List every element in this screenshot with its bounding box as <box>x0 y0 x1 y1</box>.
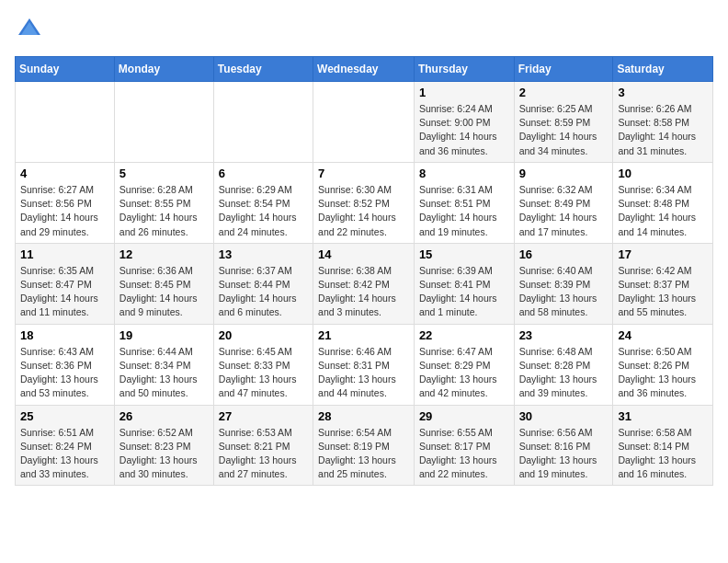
calendar-day-cell: 22Sunrise: 6:47 AMSunset: 8:29 PMDayligh… <box>414 324 514 405</box>
day-info: Sunrise: 6:42 AMSunset: 8:37 PMDaylight:… <box>618 264 708 320</box>
day-number: 19 <box>119 328 209 342</box>
day-info: Sunrise: 6:55 AMSunset: 8:17 PMDaylight:… <box>419 426 509 482</box>
logo <box>15 15 42 45</box>
calendar-day-cell: 25Sunrise: 6:51 AMSunset: 8:24 PMDayligh… <box>16 405 115 486</box>
calendar-day-cell: 17Sunrise: 6:42 AMSunset: 8:37 PMDayligh… <box>613 243 713 324</box>
day-number: 27 <box>219 409 308 423</box>
weekday-header-saturday: Saturday <box>613 57 713 82</box>
day-info: Sunrise: 6:28 AMSunset: 8:55 PMDaylight:… <box>119 183 209 239</box>
calendar-day-cell: 4Sunrise: 6:27 AMSunset: 8:56 PMDaylight… <box>16 162 115 243</box>
calendar-day-cell <box>213 82 313 163</box>
calendar-day-cell <box>114 82 213 163</box>
weekday-header-friday: Friday <box>514 57 613 82</box>
day-info: Sunrise: 6:47 AMSunset: 8:29 PMDaylight:… <box>419 345 509 401</box>
calendar-day-cell: 31Sunrise: 6:58 AMSunset: 8:14 PMDayligh… <box>613 405 713 486</box>
day-info: Sunrise: 6:45 AMSunset: 8:33 PMDaylight:… <box>219 345 308 401</box>
day-info: Sunrise: 6:51 AMSunset: 8:24 PMDaylight:… <box>20 426 109 482</box>
weekday-header-wednesday: Wednesday <box>313 57 415 82</box>
day-number: 7 <box>318 167 409 180</box>
day-number: 29 <box>419 409 509 423</box>
day-number: 21 <box>318 328 409 342</box>
calendar-day-cell: 20Sunrise: 6:45 AMSunset: 8:33 PMDayligh… <box>213 324 313 405</box>
day-info: Sunrise: 6:44 AMSunset: 8:34 PMDaylight:… <box>119 345 209 401</box>
day-info: Sunrise: 6:35 AMSunset: 8:47 PMDaylight:… <box>20 264 109 320</box>
day-info: Sunrise: 6:54 AMSunset: 8:19 PMDaylight:… <box>318 426 409 482</box>
day-number: 25 <box>20 409 109 423</box>
calendar-day-cell: 11Sunrise: 6:35 AMSunset: 8:47 PMDayligh… <box>16 243 115 324</box>
weekday-header-tuesday: Tuesday <box>213 57 313 82</box>
calendar-week-row: 25Sunrise: 6:51 AMSunset: 8:24 PMDayligh… <box>16 405 713 486</box>
day-info: Sunrise: 6:34 AMSunset: 8:48 PMDaylight:… <box>618 183 708 239</box>
day-number: 14 <box>318 247 409 261</box>
calendar-day-cell: 3Sunrise: 6:26 AMSunset: 8:58 PMDaylight… <box>613 82 713 163</box>
day-info: Sunrise: 6:30 AMSunset: 8:52 PMDaylight:… <box>318 183 409 239</box>
weekday-header-sunday: Sunday <box>16 57 115 82</box>
day-info: Sunrise: 6:26 AMSunset: 8:58 PMDaylight:… <box>618 102 708 158</box>
calendar-day-cell: 10Sunrise: 6:34 AMSunset: 8:48 PMDayligh… <box>613 162 713 243</box>
day-number: 4 <box>20 167 109 180</box>
day-number: 31 <box>618 409 708 423</box>
day-number: 16 <box>519 247 609 261</box>
day-number: 1 <box>419 86 509 99</box>
calendar-day-cell: 8Sunrise: 6:31 AMSunset: 8:51 PMDaylight… <box>414 162 514 243</box>
calendar-day-cell: 16Sunrise: 6:40 AMSunset: 8:39 PMDayligh… <box>514 243 613 324</box>
day-number: 9 <box>519 167 609 180</box>
calendar-week-row: 18Sunrise: 6:43 AMSunset: 8:36 PMDayligh… <box>16 324 713 405</box>
calendar-day-cell: 26Sunrise: 6:52 AMSunset: 8:23 PMDayligh… <box>114 405 213 486</box>
calendar-day-cell: 9Sunrise: 6:32 AMSunset: 8:49 PMDaylight… <box>514 162 613 243</box>
calendar-week-row: 11Sunrise: 6:35 AMSunset: 8:47 PMDayligh… <box>16 243 713 324</box>
day-info: Sunrise: 6:31 AMSunset: 8:51 PMDaylight:… <box>419 183 509 239</box>
day-info: Sunrise: 6:29 AMSunset: 8:54 PMDaylight:… <box>219 183 308 239</box>
day-info: Sunrise: 6:53 AMSunset: 8:21 PMDaylight:… <box>219 426 308 482</box>
day-info: Sunrise: 6:58 AMSunset: 8:14 PMDaylight:… <box>618 426 708 482</box>
calendar-day-cell: 2Sunrise: 6:25 AMSunset: 8:59 PMDaylight… <box>514 82 613 163</box>
weekday-header-monday: Monday <box>114 57 213 82</box>
day-info: Sunrise: 6:48 AMSunset: 8:28 PMDaylight:… <box>519 345 609 401</box>
day-number: 28 <box>318 409 409 423</box>
day-number: 26 <box>119 409 209 423</box>
day-number: 13 <box>219 247 308 261</box>
calendar-table: SundayMondayTuesdayWednesdayThursdayFrid… <box>15 56 713 486</box>
calendar-day-cell: 19Sunrise: 6:44 AMSunset: 8:34 PMDayligh… <box>114 324 213 405</box>
day-number: 2 <box>519 86 609 99</box>
day-number: 30 <box>519 409 609 423</box>
day-number: 18 <box>20 328 109 342</box>
calendar-day-cell: 21Sunrise: 6:46 AMSunset: 8:31 PMDayligh… <box>313 324 415 405</box>
page-header <box>15 15 713 45</box>
day-number: 5 <box>119 167 209 180</box>
day-number: 17 <box>618 247 708 261</box>
calendar-day-cell: 15Sunrise: 6:39 AMSunset: 8:41 PMDayligh… <box>414 243 514 324</box>
day-info: Sunrise: 6:43 AMSunset: 8:36 PMDaylight:… <box>20 345 109 401</box>
day-number: 8 <box>419 167 509 180</box>
calendar-header-row: SundayMondayTuesdayWednesdayThursdayFrid… <box>16 57 713 82</box>
calendar-day-cell: 14Sunrise: 6:38 AMSunset: 8:42 PMDayligh… <box>313 243 415 324</box>
calendar-day-cell: 6Sunrise: 6:29 AMSunset: 8:54 PMDaylight… <box>213 162 313 243</box>
day-info: Sunrise: 6:32 AMSunset: 8:49 PMDaylight:… <box>519 183 609 239</box>
logo-icon <box>17 15 42 40</box>
calendar-day-cell: 27Sunrise: 6:53 AMSunset: 8:21 PMDayligh… <box>213 405 313 486</box>
calendar-day-cell: 12Sunrise: 6:36 AMSunset: 8:45 PMDayligh… <box>114 243 213 324</box>
day-number: 24 <box>618 328 708 342</box>
day-info: Sunrise: 6:46 AMSunset: 8:31 PMDaylight:… <box>318 345 409 401</box>
day-info: Sunrise: 6:50 AMSunset: 8:26 PMDaylight:… <box>618 345 708 401</box>
day-info: Sunrise: 6:40 AMSunset: 8:39 PMDaylight:… <box>519 264 609 320</box>
day-info: Sunrise: 6:36 AMSunset: 8:45 PMDaylight:… <box>119 264 209 320</box>
weekday-header-thursday: Thursday <box>414 57 514 82</box>
day-info: Sunrise: 6:39 AMSunset: 8:41 PMDaylight:… <box>419 264 509 320</box>
logo-general-text <box>15 15 42 45</box>
calendar-day-cell: 5Sunrise: 6:28 AMSunset: 8:55 PMDaylight… <box>114 162 213 243</box>
calendar-day-cell: 30Sunrise: 6:56 AMSunset: 8:16 PMDayligh… <box>514 405 613 486</box>
day-number: 15 <box>419 247 509 261</box>
day-number: 10 <box>618 167 708 180</box>
day-info: Sunrise: 6:38 AMSunset: 8:42 PMDaylight:… <box>318 264 409 320</box>
calendar-day-cell: 1Sunrise: 6:24 AMSunset: 9:00 PMDaylight… <box>414 82 514 163</box>
calendar-day-cell: 13Sunrise: 6:37 AMSunset: 8:44 PMDayligh… <box>213 243 313 324</box>
calendar-day-cell: 7Sunrise: 6:30 AMSunset: 8:52 PMDaylight… <box>313 162 415 243</box>
day-info: Sunrise: 6:24 AMSunset: 9:00 PMDaylight:… <box>419 102 509 158</box>
day-number: 3 <box>618 86 708 99</box>
calendar-day-cell: 23Sunrise: 6:48 AMSunset: 8:28 PMDayligh… <box>514 324 613 405</box>
day-info: Sunrise: 6:37 AMSunset: 8:44 PMDaylight:… <box>219 264 308 320</box>
day-number: 6 <box>219 167 308 180</box>
calendar-day-cell <box>313 82 415 163</box>
day-info: Sunrise: 6:52 AMSunset: 8:23 PMDaylight:… <box>119 426 209 482</box>
